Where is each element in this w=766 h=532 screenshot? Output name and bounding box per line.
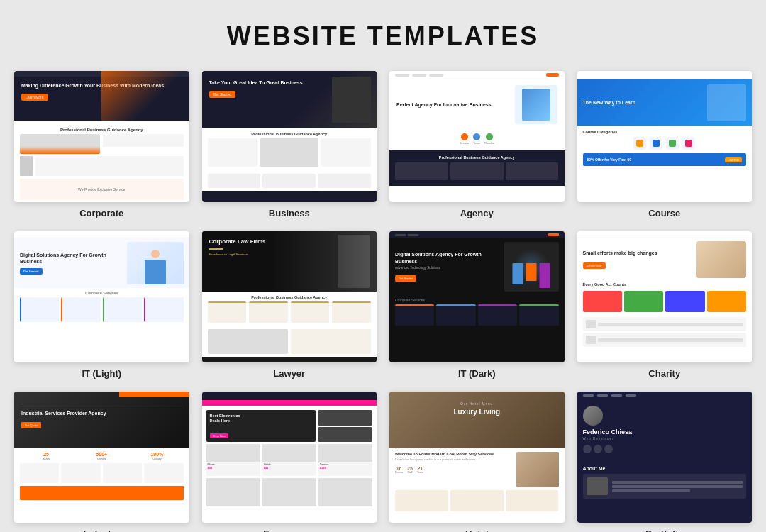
ecom-product6 [318,478,372,506]
char-card-red [583,291,622,312]
law-body: Professional Business Guidance Agency [202,292,377,326]
port-role: Web Developer [583,437,747,440]
char-hero: Small efforts make big changes Donate No… [577,238,753,281]
hotel-stat-label2: Staff [407,471,413,474]
ag-sec-block2 [450,162,504,180]
template-preview-industry[interactable]: Industrial Services Provider Agency Get … [14,392,189,523]
char-news-text1 [598,323,744,326]
template-preview-charity[interactable]: Small efforts make big changes Donate No… [577,231,753,362]
law-hero: Corporate Law Firms Excellence in Legal … [202,231,377,292]
law-text-block [291,329,371,354]
port-about-text [612,481,743,492]
char-news-img2 [586,336,596,344]
hotel-stat-num2: 25 [407,466,413,471]
port-hero: Federico Chiesa Web Developer [577,399,753,462]
template-preview-agency[interactable]: Perfect Agency For Innovative Business S… [389,71,565,202]
template-card-business[interactable]: Take Your Great Idea To Great Business G… [202,71,377,218]
ecom-products2 [206,478,373,506]
template-card-agency[interactable]: Perfect Agency For Innovative Business S… [389,71,565,218]
itd-card3 [478,304,517,326]
itd-hero: Digital Solutions Agency For Growth Busi… [389,238,565,295]
hotel-hero-subtitle: Our Hotel Menu [396,402,557,406]
hotel-stat-label3: Years [417,471,423,474]
ag-icon-text3: Results [484,141,494,145]
corp-body: Professional Business Guidance Agency We… [14,121,189,202]
template-card-hotel[interactable]: Our Hotel Menu Luxury Living Welcome To … [389,392,565,532]
course-icon-inner4 [685,140,692,147]
itl-card4 [144,297,183,322]
template-label-itdark: IT (Dark) [458,368,496,379]
ag-nav-link2 [429,74,443,77]
corp-hero: Making Difference Growth Your Business W… [14,71,189,121]
ecom-product2: Watch $49 [262,444,316,476]
law-row2 [208,329,372,354]
char-card-green [624,291,663,312]
port-nav-link3 [611,394,622,397]
ind-nav-line [21,399,182,404]
ag-icon-text1: Service [460,141,469,145]
template-card-ecommerce[interactable]: Best ElectronicsDeals Here Shop Now Phon… [202,392,377,532]
ecom-body: Best ElectronicsDeals Here Shop Now Phon… [202,407,377,509]
template-preview-ecommerce[interactable]: Best ElectronicsDeals Here Shop Now Phon… [202,392,377,523]
char-card-blue [665,291,704,312]
ind-hero-title: Industrial Services Provider Agency [21,410,118,416]
template-card-lawyer[interactable]: Corporate Law Firms Excellence in Legal … [202,231,377,379]
ag-icon-circle2 [473,133,480,140]
ind-body: 25 Years 500+ Clients 100% Quality [14,448,189,504]
ag-section-title: Professional Business Guidance Agency [395,155,559,160]
template-preview-business[interactable]: Take Your Great Idea To Great Business G… [202,71,377,202]
hotel-body: Welcome To Foldix Modern Cool Room Stay … [389,448,565,515]
itd-fig2 [526,263,537,281]
law-tagline: Excellence in Legal Services [209,253,370,256]
ag-hero-text: Perfect Agency For Innovative Business [396,101,511,108]
template-preview-itdark[interactable]: Digital Solutions Agency For Growth Busi… [389,231,565,362]
template-preview-portfolio[interactable]: Federico Chiesa Web Developer About Me [577,392,753,523]
hotel-hero-title: Luxury Living [396,408,557,416]
template-preview-hotel[interactable]: Our Hotel Menu Luxury Living Welcome To … [389,392,565,523]
template-card-itlight[interactable]: Digital Solutions Agency For Growth Busi… [14,231,189,379]
itd-figures [513,263,550,288]
itl-section: Complete Services [14,288,189,325]
template-preview-itlight[interactable]: Digital Solutions Agency For Growth Busi… [14,231,189,362]
law-row [208,301,372,323]
template-card-portfolio[interactable]: Federico Chiesa Web Developer About Me [577,392,753,532]
law-hero-title: Corporate Law Firms [209,238,298,245]
template-card-itdark[interactable]: Digital Solutions Agency For Growth Busi… [389,231,565,379]
itd-hero-text-wrap: Digital Solutions Agency For Growth Busi… [395,251,500,282]
template-card-course[interactable]: The New Way to Learn Course Categories 5… [577,71,753,218]
ind-bottom [20,486,184,500]
ag-nav-logo [395,74,409,77]
hotel-rooms [395,490,559,511]
course-icon-inner3 [669,140,676,147]
template-label-agency: Agency [460,208,494,218]
hotel-welcome-text: Welcome To Foldix Modern Cool Room Stay … [395,452,513,487]
ind-stat-num2: 500+ [75,452,128,457]
corp-hero-btn: Learn More [21,94,48,101]
port-nav-link2 [597,394,608,397]
course-banner-text: 50% Offer for Very First 50 [587,157,632,162]
hotel-hero: Our Hotel Menu Luxury Living [389,392,565,448]
hotel-stat2: 25 Staff [407,466,413,474]
char-news-item2 [583,333,747,347]
template-preview-course[interactable]: The New Way to Learn Course Categories 5… [577,71,753,202]
corp-bottom: We Provide Exclusive Service [20,179,184,200]
ecom-product4-img [206,478,260,506]
template-card-corporate[interactable]: Making Difference Growth Your Business W… [14,71,189,218]
ind-service3 [103,463,142,483]
template-card-industry[interactable]: Industrial Services Provider Agency Get … [14,392,189,532]
ag-section-row [395,162,559,180]
ind-stat-label2: Clients [75,457,128,460]
ecom-product-price2: $49 [264,466,315,470]
law-block1 [208,301,247,323]
ecom-product-info3: Camera $199 [318,462,372,476]
template-preview-corporate[interactable]: Making Difference Growth Your Business W… [14,71,189,202]
itd-card2 [436,304,475,326]
template-card-charity[interactable]: Small efforts make big changes Donate No… [577,231,753,379]
ind-stats: 25 Years 500+ Clients 100% Quality [20,452,184,460]
biz-btn: Get Started [209,91,236,98]
ecom-product-info2: Watch $49 [262,462,316,476]
template-preview-lawyer[interactable]: Corporate Law Firms Excellence in Legal … [202,231,377,362]
ag-icon-text2: Team [473,141,480,145]
ecom-banner-main-text: Best ElectronicsDeals Here [210,414,240,423]
ag-icons-row: Service Team Results [389,130,565,148]
